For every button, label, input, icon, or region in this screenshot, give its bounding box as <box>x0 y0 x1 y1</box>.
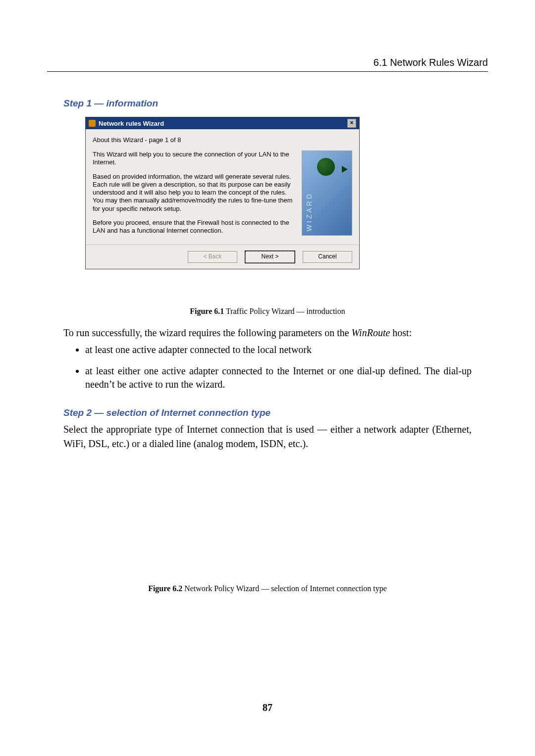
dialog-text: This Wizard will help you to secure the … <box>93 151 296 241</box>
page-header: 6.1 Network Rules Wizard <box>47 57 488 72</box>
intro-pre: To run successfully, the wizard requires… <box>63 327 352 338</box>
dialog-titlebar: Network rules Wizard × <box>86 117 359 129</box>
page: 6.1 Network Rules Wizard Step 1 — inform… <box>0 0 535 756</box>
list-item: at least one active adapter connected to… <box>85 343 472 356</box>
step2-paragraph: Select the appropriate type of Internet … <box>63 422 472 451</box>
figure-6-2-caption: Figure 6.2 Network Policy Wizard — selec… <box>0 584 535 593</box>
next-button[interactable]: Next > <box>245 251 295 263</box>
figure-6-1-label: Figure 6.1 <box>190 307 224 315</box>
section-title: 6.1 Network Rules Wizard <box>47 57 488 71</box>
app-icon <box>89 120 96 127</box>
arrow-icon <box>342 166 348 173</box>
page-number: 87 <box>0 702 535 713</box>
figure-6-2-text: Network Policy Wizard — selection of Int… <box>182 584 387 593</box>
intro-paragraph: To run successfully, the wizard requires… <box>63 326 472 340</box>
dialog-para3: Before you proceed, ensure that the Fire… <box>93 219 296 235</box>
intro-post: host: <box>390 327 412 338</box>
figure-6-2-label: Figure 6.2 <box>148 584 182 593</box>
step2-heading: Step 2 — selection of Internet connectio… <box>63 407 270 418</box>
list-item: at least either one active adapter conne… <box>85 364 472 391</box>
dialog-body: About this Wizard - page 1 of 8 This Wiz… <box>86 129 359 245</box>
wizard-art-label: WIZARD <box>305 192 313 231</box>
dialog-title: Network rules Wizard <box>99 120 164 127</box>
figure-6-1-caption: Figure 6.1 Traffic Policy Wizard — intro… <box>0 307 535 316</box>
back-button: < Back <box>188 251 237 263</box>
dialog-para1: This Wizard will help you to secure the … <box>93 151 296 167</box>
dialog-content: This Wizard will help you to secure the … <box>93 151 352 241</box>
titlebar-left: Network rules Wizard <box>89 120 164 127</box>
dialog-footer: < Back Next > Cancel <box>86 245 359 269</box>
close-button[interactable]: × <box>347 119 356 128</box>
dialog-para2: Based on provided information, the wizar… <box>93 173 296 213</box>
requirements-list: at least one active adapter connected to… <box>74 343 472 399</box>
cancel-button[interactable]: Cancel <box>303 251 352 263</box>
step1-heading: Step 1 — information <box>63 98 158 109</box>
figure-6-1-text: Traffic Policy Wizard — introduction <box>224 307 345 315</box>
dialog-subtitle: About this Wizard - page 1 of 8 <box>93 136 352 144</box>
intro-em: WinRoute <box>352 327 390 338</box>
wizard-art: WIZARD <box>302 151 352 236</box>
globe-icon <box>317 158 335 176</box>
wizard-dialog: Network rules Wizard × About this Wizard… <box>85 117 360 269</box>
